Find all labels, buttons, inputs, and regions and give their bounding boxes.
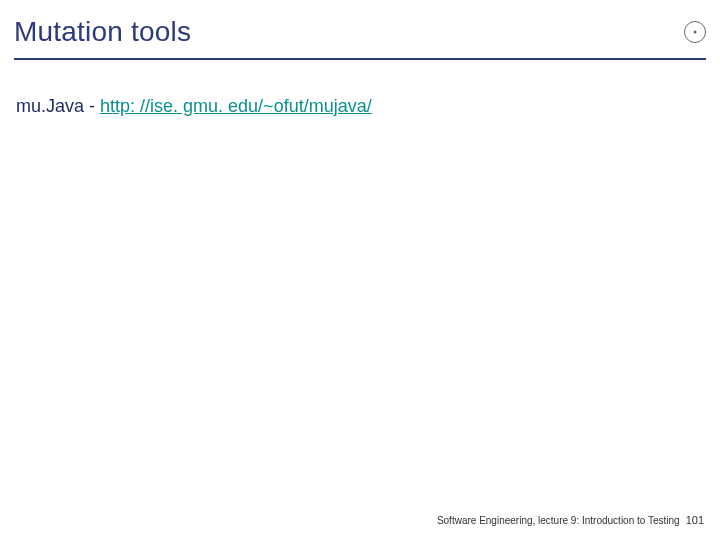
logo-icon bbox=[684, 21, 706, 43]
footer: Software Engineering, lecture 9: Introdu… bbox=[437, 514, 704, 526]
slide: Mutation tools mu.Java - http: //ise. gm… bbox=[0, 0, 720, 540]
tool-link[interactable]: http: //ise. gmu. edu/~ofut/mujava/ bbox=[100, 96, 372, 116]
footer-text: Software Engineering, lecture 9: Introdu… bbox=[437, 515, 680, 526]
title-row: Mutation tools bbox=[14, 16, 706, 48]
body-text: mu.Java - http: //ise. gmu. edu/~ofut/mu… bbox=[16, 96, 704, 117]
page-number: 101 bbox=[686, 514, 704, 526]
tool-name: mu.Java bbox=[16, 96, 89, 116]
separator: - bbox=[89, 96, 100, 116]
page-title: Mutation tools bbox=[14, 16, 191, 48]
title-divider bbox=[14, 58, 706, 60]
